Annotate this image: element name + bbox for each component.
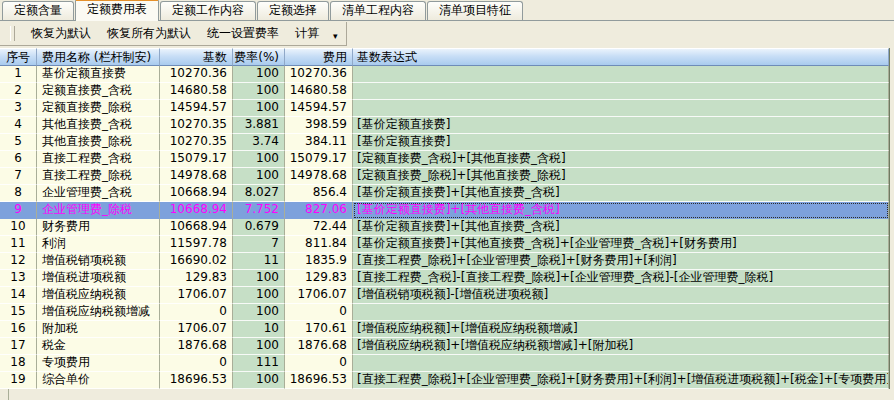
- cell-expression[interactable]: [基价定额直接费]+[其他直接费_含税]+[企业管理费_含税]+[财务费用]: [353, 236, 889, 253]
- cell-seq[interactable]: 7: [0, 168, 37, 185]
- cell-seq[interactable]: 3: [0, 100, 37, 117]
- cell-base[interactable]: 10270.35: [160, 134, 233, 151]
- cell-seq[interactable]: 13: [0, 270, 37, 287]
- cell-rate[interactable]: 100: [233, 372, 285, 389]
- cell-name[interactable]: 基价定额直接费: [37, 66, 160, 83]
- toolbar-button-0[interactable]: 恢复为默认: [23, 22, 99, 45]
- cell-seq[interactable]: 1: [0, 66, 37, 83]
- table-row[interactable]: 16 附加税 1706.07 10 170.61 [增值税应纳税额]+[增值税应…: [0, 321, 889, 338]
- cell-base[interactable]: 14978.68: [160, 168, 233, 185]
- cell-base[interactable]: 15079.17: [160, 151, 233, 168]
- toolbar-grip-handle[interactable]: [10, 26, 15, 41]
- cell-expression[interactable]: [增值税应纳税额]+[增值税应纳税额增减]+[附加税]: [353, 338, 889, 355]
- cell-base[interactable]: 14680.58: [160, 83, 233, 100]
- cell-seq[interactable]: 15: [0, 304, 37, 321]
- cell-expression[interactable]: [353, 355, 889, 372]
- cell-name[interactable]: 综合单价: [37, 372, 160, 389]
- cell-fee[interactable]: 14978.68: [285, 168, 353, 185]
- cell-name[interactable]: 附加税: [37, 321, 160, 338]
- cell-rate[interactable]: 100: [233, 270, 285, 287]
- cell-name[interactable]: 专项费用: [37, 355, 160, 372]
- cell-fee[interactable]: 1876.68: [285, 338, 353, 355]
- cell-fee[interactable]: 811.84: [285, 236, 353, 253]
- cell-base[interactable]: 1876.68: [160, 338, 233, 355]
- cell-name[interactable]: 利润: [37, 236, 160, 253]
- cell-rate[interactable]: 8.027: [233, 185, 285, 202]
- toolbar-overflow-icon[interactable]: ▾: [333, 28, 338, 40]
- cell-seq[interactable]: 12: [0, 253, 37, 270]
- cell-rate[interactable]: 10: [233, 321, 285, 338]
- cell-rate[interactable]: 100: [233, 287, 285, 304]
- cell-name[interactable]: 直接工程费_除税: [37, 168, 160, 185]
- cell-name[interactable]: 定额直接费_除税: [37, 100, 160, 117]
- cell-base[interactable]: 16690.02: [160, 253, 233, 270]
- cell-seq[interactable]: 6: [0, 151, 37, 168]
- cell-seq[interactable]: 8: [0, 185, 37, 202]
- cell-fee[interactable]: 10270.36: [285, 66, 353, 83]
- cell-expression[interactable]: [定额直接费_含税]+[其他直接费_含税]: [353, 151, 889, 168]
- cell-fee[interactable]: 1835.9: [285, 253, 353, 270]
- cell-expression[interactable]: [基价定额直接费]+[其他直接费_含税]: [353, 219, 889, 236]
- cell-fee[interactable]: 398.59: [285, 117, 353, 134]
- table-row[interactable]: 8 企业管理费_含税 10668.94 8.027 856.4 [基价定额直接费…: [0, 185, 889, 202]
- cell-expression[interactable]: [基价定额直接费]+[其他直接费_含税]: [353, 202, 889, 219]
- table-row[interactable]: 9 企业管理费_除税 10668.94 7.752 827.06 [基价定额直接…: [0, 202, 889, 219]
- cell-base[interactable]: 129.83: [160, 270, 233, 287]
- cell-seq[interactable]: 9: [0, 202, 37, 219]
- cell-rate[interactable]: 3.881: [233, 117, 285, 134]
- cell-base[interactable]: 10270.35: [160, 117, 233, 134]
- cell-base[interactable]: 11597.78: [160, 236, 233, 253]
- cell-fee[interactable]: 0: [285, 304, 353, 321]
- cell-base[interactable]: 1706.07: [160, 321, 233, 338]
- cell-name[interactable]: 直接工程费_含税: [37, 151, 160, 168]
- cell-base[interactable]: 1706.07: [160, 287, 233, 304]
- tab-0[interactable]: 定额含量: [2, 1, 74, 20]
- table-row[interactable]: 14 增值税应纳税额 1706.07 100 1706.07 [增值税销项税额]…: [0, 287, 889, 304]
- table-row[interactable]: 18 专项费用 0 111 0: [0, 355, 889, 372]
- cell-expression[interactable]: [基价定额直接费]: [353, 117, 889, 134]
- cell-fee[interactable]: 1706.07: [285, 287, 353, 304]
- cell-rate[interactable]: 100: [233, 83, 285, 100]
- cell-fee[interactable]: 827.06: [285, 202, 353, 219]
- cell-fee[interactable]: 856.4: [285, 185, 353, 202]
- cell-fee[interactable]: 18696.53: [285, 372, 353, 389]
- cell-fee[interactable]: 14680.58: [285, 83, 353, 100]
- cell-base[interactable]: 10668.94: [160, 185, 233, 202]
- cell-rate[interactable]: 111: [233, 355, 285, 372]
- cell-expression[interactable]: [353, 100, 889, 117]
- tab-4[interactable]: 清单工程内容: [330, 1, 426, 20]
- table-row[interactable]: 12 增值税销项税额 16690.02 11 1835.9 [直接工程费_除税]…: [0, 253, 889, 270]
- cell-name[interactable]: 增值税应纳税额增减: [37, 304, 160, 321]
- cell-expression[interactable]: [直接工程费_除税]+[企业管理费_除税]+[财务费用]+[利润]: [353, 253, 889, 270]
- cell-rate[interactable]: 11: [233, 253, 285, 270]
- cell-rate[interactable]: 100: [233, 304, 285, 321]
- cell-base[interactable]: 10668.94: [160, 219, 233, 236]
- cell-base[interactable]: 0: [160, 355, 233, 372]
- cell-name[interactable]: 企业管理费_含税: [37, 185, 160, 202]
- cell-expression[interactable]: [353, 66, 889, 83]
- cell-name[interactable]: 财务费用: [37, 219, 160, 236]
- table-row[interactable]: 7 直接工程费_除税 14978.68 100 14978.68 [定额直接费_…: [0, 168, 889, 185]
- cell-base[interactable]: 0: [160, 304, 233, 321]
- cell-base[interactable]: 18696.53: [160, 372, 233, 389]
- cell-fee[interactable]: 72.44: [285, 219, 353, 236]
- cell-name[interactable]: 增值税进项税额: [37, 270, 160, 287]
- cell-rate[interactable]: 7: [233, 236, 285, 253]
- cell-seq[interactable]: 19: [0, 372, 37, 389]
- cell-expression[interactable]: [基价定额直接费]: [353, 134, 889, 151]
- cell-rate[interactable]: 100: [233, 100, 285, 117]
- table-row[interactable]: 4 其他直接费_含税 10270.35 3.881 398.59 [基价定额直接…: [0, 117, 889, 134]
- cell-base[interactable]: 14594.57: [160, 100, 233, 117]
- cell-expression[interactable]: [基价定额直接费]+[其他直接费_含税]: [353, 185, 889, 202]
- cell-fee[interactable]: 0: [285, 355, 353, 372]
- cell-expression[interactable]: [353, 304, 889, 321]
- cell-rate[interactable]: 100: [233, 168, 285, 185]
- table-row[interactable]: 13 增值税进项税额 129.83 100 129.83 [直接工程费_含税]-…: [0, 270, 889, 287]
- table-row[interactable]: 11 利润 11597.78 7 811.84 [基价定额直接费]+[其他直接费…: [0, 236, 889, 253]
- table-row[interactable]: 6 直接工程费_含税 15079.17 100 15079.17 [定额直接费_…: [0, 151, 889, 168]
- cell-seq[interactable]: 5: [0, 134, 37, 151]
- tab-2[interactable]: 定额工作内容: [160, 1, 256, 20]
- cell-name[interactable]: 企业管理费_除税: [37, 202, 160, 219]
- cell-name[interactable]: 增值税应纳税额: [37, 287, 160, 304]
- tab-3[interactable]: 定额选择: [257, 1, 329, 20]
